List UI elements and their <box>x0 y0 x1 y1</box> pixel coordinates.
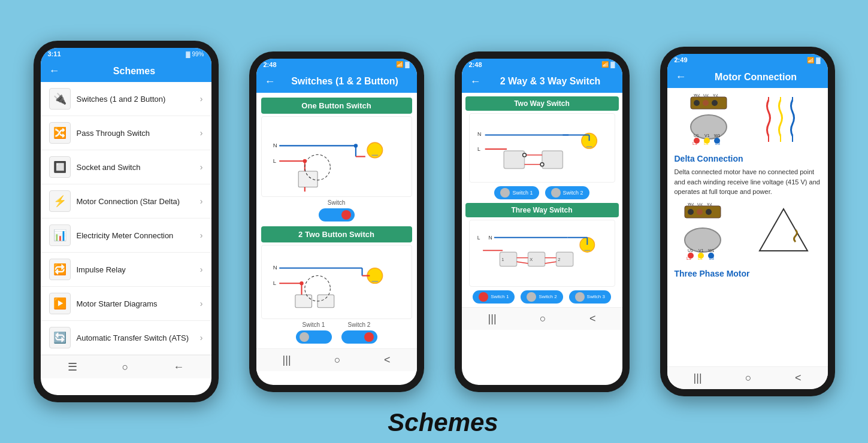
two-way-s2-btn[interactable]: Switch 2 <box>545 186 589 199</box>
nav-menu-3[interactable]: ||| <box>488 312 497 325</box>
scheme-arrow-2: › <box>200 162 203 172</box>
scheme-item-0[interactable]: 🔌 Switches (1 and 2 Button) › <box>41 82 211 116</box>
header-4: ← Motor Connection <box>667 66 828 88</box>
status-icons-4: 📶 ▓ <box>807 57 820 63</box>
svg-text:L: L <box>273 157 276 164</box>
three-way-section: Three Way Switch L N 1 X 2 <box>465 203 619 304</box>
delta-title: Delta Connection <box>675 154 821 163</box>
back-button-3[interactable]: ← <box>470 75 481 88</box>
scheme-label-4: Electricity Meter Connection <box>77 231 194 240</box>
scheme-item-5[interactable]: 🔁 Impulse Relay › <box>41 253 211 287</box>
scheme-icon-4: 📊 <box>49 224 71 246</box>
status-icons-1: ▓ 99% <box>186 51 204 57</box>
scheme-icon-2: 🔲 <box>49 156 71 178</box>
two-way-s1-knob <box>500 188 510 198</box>
svg-text:N: N <box>273 263 277 270</box>
diagram-two-way: N L <box>469 113 615 183</box>
svg-text:L: L <box>273 280 276 286</box>
svg-point-94 <box>698 253 704 259</box>
section-one-btn: One Button Switch <box>261 98 412 114</box>
back-button-4[interactable]: ← <box>676 71 686 83</box>
two-way-section: Two Way Switch N L <box>465 96 619 199</box>
coil-svg <box>760 94 807 148</box>
scheme-icon-0: 🔌 <box>49 88 71 110</box>
toggle-knob-2-1 <box>300 332 309 342</box>
three-way-s3-btn[interactable]: Switch 3 <box>569 290 611 304</box>
bottom-nav-3: ||| ○ < <box>462 307 622 330</box>
toggle-group-s2: Switch 2 <box>341 321 377 344</box>
svg-text:2: 2 <box>558 257 560 262</box>
phone-1: 3:11 ▓ 99% ← Schemes 🔌 Switches (1 and 2… <box>34 41 219 402</box>
phone-2: 2:48 📶 ▓ ← Switches (1 & 2 Button) One B… <box>249 51 424 392</box>
three-phase-area: W2 U2 V2 L1 L2 L3 U1 V1 W1 <box>675 203 821 263</box>
time-2: 2:48 <box>264 61 277 68</box>
svg-text:L: L <box>477 234 480 240</box>
two-way-s1-btn[interactable]: Switch 1 <box>494 186 539 199</box>
nav-home-4[interactable]: ○ <box>745 372 752 384</box>
back-button-1[interactable]: ← <box>49 65 60 77</box>
nav-item-1-1[interactable]: ○ <box>122 361 129 374</box>
battery-icon-3: ▓ <box>610 61 615 68</box>
scheme-item-4[interactable]: 📊 Electricity Meter Connection › <box>41 219 211 253</box>
toggle-switch-2-1[interactable] <box>296 330 332 344</box>
schemes-label: Schemes <box>18 408 868 437</box>
svg-text:N: N <box>488 234 492 240</box>
three-way-s2-knob <box>527 292 536 302</box>
nav-item-1-0[interactable]: ☰ <box>68 360 77 374</box>
svg-text:1: 1 <box>501 257 504 262</box>
scheme-arrow-7: › <box>200 333 203 342</box>
scheme-item-7[interactable]: 🔄 Automatic Transfer Switch (ATS) › <box>41 321 211 355</box>
svg-text:N: N <box>273 141 277 148</box>
scheme-icon-1: 🔀 <box>49 122 71 144</box>
scheme-arrow-5: › <box>200 265 203 274</box>
three-way-s1-group: Switch 1 <box>473 290 515 304</box>
page-title-1: Schemes <box>66 66 203 77</box>
svg-line-52 <box>516 262 528 263</box>
svg-point-12 <box>303 159 306 162</box>
bottom-nav-2: ||| ○ < <box>256 348 417 371</box>
nav-back-2[interactable]: < <box>384 354 391 366</box>
battery-icon-2: ▓ <box>405 61 409 68</box>
two-way-svg: N L <box>474 119 610 177</box>
svg-rect-5 <box>298 171 317 187</box>
nav-back-3[interactable]: < <box>589 312 596 325</box>
nav-item-1-2[interactable]: ← <box>173 361 184 374</box>
scheme-arrow-6: › <box>200 299 203 308</box>
toggle-switch-2-2[interactable] <box>341 330 377 344</box>
three-way-s2-btn[interactable]: Switch 2 <box>521 290 562 304</box>
delta-triangle-svg <box>754 203 813 263</box>
three-way-s2-group: Switch 2 <box>521 290 562 304</box>
motor-content: W2 U2 V2 L1 L2 L3 U1 V1 W1 <box>667 88 828 366</box>
star-delta-area: W2 U2 V2 L1 L2 L3 U1 V1 W1 <box>675 94 821 148</box>
two-way-header: Two Way Switch <box>465 96 619 111</box>
scheme-item-1[interactable]: 🔀 Pass Through Switch › <box>41 116 211 150</box>
svg-text:U1: U1 <box>694 133 699 138</box>
toggle-switch-1[interactable] <box>319 208 355 222</box>
wifi-icon-2: 📶 <box>396 61 403 68</box>
two-way-switches-row: Switch 1 Switch 2 <box>465 186 619 199</box>
toggle-knob-2-2 <box>364 332 374 342</box>
svg-text:V1: V1 <box>698 248 704 253</box>
two-way-s2-knob <box>551 188 561 198</box>
toggle-group-switch: Switch <box>319 199 355 222</box>
time-3: 2:48 <box>469 61 482 68</box>
nav-menu-4[interactable]: ||| <box>694 372 702 384</box>
back-button-2[interactable]: ← <box>265 75 276 88</box>
nav-back-4[interactable]: < <box>795 372 802 384</box>
wifi-icon-3: 📶 <box>601 61 609 68</box>
switch-label: Switch <box>328 199 345 206</box>
three-way-s1-btn[interactable]: Switch 1 <box>473 290 515 304</box>
svg-text:X: X <box>530 257 533 262</box>
nav-menu-2[interactable]: ||| <box>283 354 291 366</box>
switch1-label: Switch 1 <box>303 321 325 328</box>
scheme-item-2[interactable]: 🔲 Socket and Switch › <box>41 150 211 184</box>
three-phase-svg: W2 U2 V2 L1 L2 L3 U1 V1 W1 <box>682 203 748 263</box>
nav-home-3[interactable]: ○ <box>540 312 546 325</box>
phone-4-screen: 2:49 📶 ▓ ← Motor Connection <box>667 54 828 389</box>
scheme-item-3[interactable]: ⚡ Motor Connection (Star Delta) › <box>41 184 211 219</box>
svg-line-54 <box>545 262 556 263</box>
two-way-s2-group: Switch 2 <box>545 186 589 199</box>
phone-1-screen: 3:11 ▓ 99% ← Schemes 🔌 Switches (1 and 2… <box>41 48 211 395</box>
nav-home-2[interactable]: ○ <box>334 354 341 366</box>
scheme-item-6[interactable]: ▶️ Motor Starter Diagrams › <box>41 287 211 321</box>
